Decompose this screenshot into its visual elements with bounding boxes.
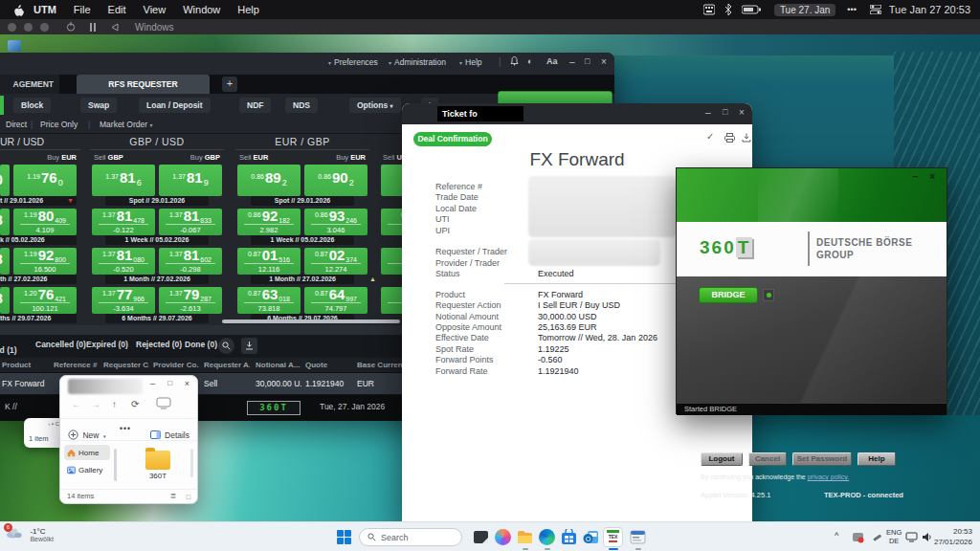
zoom-traffic-light[interactable]	[40, 23, 49, 32]
tab-expired[interactable]: Expired (0)	[86, 340, 128, 349]
filter-direct[interactable]: Direct	[6, 120, 27, 129]
bridge-minimize-icon[interactable]: –	[912, 171, 918, 182]
ticket-restore-icon[interactable]: □	[723, 107, 727, 117]
buy-rate-tile[interactable]: 1.19804094.109	[13, 209, 77, 235]
buy-rate-tile[interactable]: 1.3779287-2.613	[159, 287, 222, 314]
ticket-minimize-icon[interactable]: –	[705, 107, 711, 118]
control-center-icon[interactable]	[870, 5, 881, 14]
folder-item-360t[interactable]: 360T	[141, 451, 175, 480]
ticket-close-icon[interactable]: ×	[739, 107, 745, 118]
notifications-bell-icon[interactable]	[510, 56, 519, 66]
apple-menu-icon[interactable]	[13, 4, 24, 16]
column-header[interactable]: Notional A...	[256, 361, 301, 369]
sell-rate-tile[interactable]: 0.876301873.818	[237, 287, 301, 314]
menu-edit[interactable]: Edit	[108, 4, 126, 15]
network-icon[interactable]	[905, 532, 918, 542]
ndf-button[interactable]: NDF	[239, 98, 271, 113]
column-header[interactable]: Base Curren...	[357, 361, 403, 369]
background-explorer-fragment[interactable]: › ▪ C 1 item	[24, 418, 62, 448]
blotter-search-icon[interactable]	[218, 338, 234, 354]
explorer-close-icon[interactable]: ×	[185, 379, 189, 388]
minimize-traffic-light[interactable]	[24, 23, 33, 32]
options-dropdown[interactable]: Options ▾	[349, 98, 401, 113]
taskbar-clock[interactable]: 20:53 27/01/2026	[934, 526, 972, 547]
app-window-icon[interactable]	[630, 529, 646, 545]
tab-executed[interactable]: Executed (1)	[0, 340, 29, 357]
vm-pause-icon[interactable]	[89, 23, 97, 32]
blotter-download-icon[interactable]	[241, 338, 257, 354]
bluetooth-icon[interactable]	[724, 4, 732, 15]
sell-rate-tile-partial[interactable]: 0	[0, 165, 10, 196]
close-icon[interactable]: ×	[601, 56, 607, 67]
more-options-icon[interactable]: •••	[120, 424, 131, 433]
tex-trader-icon[interactable]: TEX	[603, 527, 623, 547]
back-icon[interactable]: ←	[72, 399, 81, 409]
menu-utm[interactable]: UTM	[33, 4, 56, 15]
outlook-icon[interactable]: O	[583, 529, 599, 545]
menu-window[interactable]: Window	[183, 4, 220, 15]
edge-icon[interactable]	[539, 529, 555, 545]
bridge-status-button[interactable]: BRIDGE	[699, 287, 758, 303]
store-icon[interactable]	[561, 529, 577, 545]
buy-rate-tile[interactable]: 1.19760	[13, 165, 77, 196]
start-button[interactable]	[337, 530, 351, 544]
file-explorer-icon[interactable]	[517, 529, 533, 545]
buy-rate-tile[interactable]: 0.876499774.797	[304, 287, 368, 314]
logout-button[interactable]: Logout	[701, 452, 743, 466]
widgets-app-icon[interactable]	[473, 529, 489, 545]
sell-rate-tile[interactable]: 1.3777966-3.634	[92, 287, 155, 314]
filter-price-only[interactable]: Price Only	[40, 120, 78, 129]
buy-rate-tile[interactable]: 1.3781602-0.298	[159, 248, 222, 275]
sidebar-item-home[interactable]: Home	[64, 445, 110, 460]
sell-rate-tile[interactable]: 1.3781080-0.520	[92, 248, 155, 275]
weather-widget[interactable]: 6 -1°C Bewölkt	[6, 527, 54, 545]
column-header[interactable]: Reference #	[54, 361, 100, 369]
font-size-icon[interactable]: Aa	[546, 56, 558, 66]
tray-chevron-icon[interactable]: ^	[835, 531, 838, 540]
market-order-dropdown[interactable]: Market Order ▾	[100, 120, 152, 129]
tab-cancelled[interactable]: Cancelled (0)	[35, 340, 86, 349]
speaker-icon[interactable]	[922, 532, 932, 542]
sell-rate-tile[interactable]: 0.870151612.116	[237, 248, 301, 275]
column-header[interactable]: Provider Co...	[153, 361, 199, 369]
bridge-indicator-button[interactable]	[763, 289, 774, 301]
block-button[interactable]: Block	[13, 98, 51, 113]
swap-button[interactable]: Swap	[80, 98, 117, 113]
contrast-icon[interactable]: ◐	[527, 56, 532, 66]
buy-rate-tile[interactable]: 0.86902	[304, 165, 368, 196]
sell-rate-tile-partial[interactable]: 3	[0, 248, 10, 275]
column-header[interactable]: Product	[2, 361, 48, 369]
tab-done[interactable]: Done (0)	[185, 340, 217, 349]
sell-rate-tile-partial[interactable]: 8	[0, 287, 10, 314]
sidebar-item-gallery[interactable]: Gallery	[64, 462, 110, 477]
new-button[interactable]: New ▾	[68, 425, 105, 442]
buy-rate-tile[interactable]: 0.870237412.274	[304, 248, 368, 275]
sell-rate-tile[interactable]: 0.86921822.982	[237, 209, 301, 235]
loan-deposit-button[interactable]: Loan / Deposit	[139, 98, 211, 113]
desktop-shortcut-icon[interactable]	[8, 40, 21, 52]
buy-rate-tile[interactable]: 1.2076421100.121	[13, 287, 77, 314]
column-header[interactable]: Requester C...	[103, 361, 149, 369]
taskbar-search[interactable]: Search	[359, 528, 462, 546]
language-indicator[interactable]: ENG DE	[886, 529, 902, 545]
privacy-policy-link[interactable]: privacy policy.	[808, 474, 849, 480]
refresh-icon[interactable]: ⟳	[131, 399, 139, 409]
buy-rate-tile[interactable]: 1.37819	[159, 165, 222, 196]
confirm-check-icon[interactable]: ✓	[706, 131, 714, 142]
menu-bar-date-badge[interactable]: Tue 27. Jan	[774, 4, 835, 16]
restore-icon[interactable]: □	[585, 56, 590, 66]
address-device-icon[interactable]	[156, 397, 171, 409]
print-icon[interactable]	[724, 133, 735, 143]
menu-help[interactable]: Help	[237, 4, 259, 15]
sell-rate-tile[interactable]: 0.86892	[237, 165, 301, 196]
input-source-icon[interactable]	[703, 4, 715, 15]
minimize-icon[interactable]: –	[569, 56, 575, 67]
buy-rate-tile[interactable]: 0.86932463.046	[304, 209, 368, 235]
vm-power-icon[interactable]	[66, 22, 76, 32]
explorer-scrollbar[interactable]	[190, 449, 193, 477]
sidebar-scrollbar[interactable]	[114, 449, 117, 481]
recording-tray-icon[interactable]	[852, 531, 864, 543]
board-horizontal-scrollbar[interactable]	[222, 320, 400, 323]
bridge-close-icon[interactable]: ×	[929, 171, 935, 182]
overflow-menu-icon[interactable]: •••	[847, 5, 856, 14]
